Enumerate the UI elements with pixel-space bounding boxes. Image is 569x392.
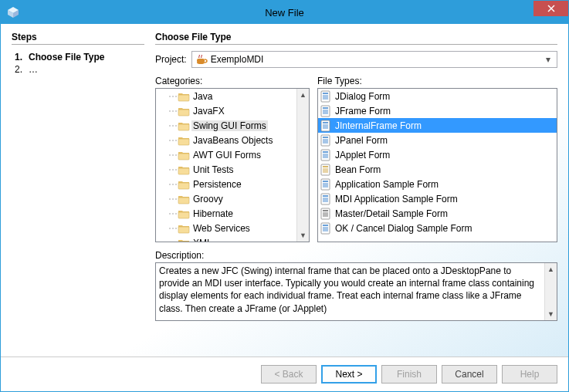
project-dropdown[interactable]: ExemploMDI ▾ (191, 51, 557, 68)
tree-connector-icon: ⋯ (168, 179, 176, 190)
category-item[interactable]: ⋯Hibernate (156, 206, 296, 221)
file-icon (320, 208, 332, 220)
lists-row: Categories: ⋯Java⋯JavaFX⋯Swing GUI Forms… (155, 76, 557, 242)
main-panel: Choose File Type Project: ExemploMDI ▾ C… (155, 24, 568, 357)
window-title: New File (1, 7, 568, 19)
folder-icon (178, 90, 190, 103)
category-label: Java (191, 91, 214, 102)
folder-icon (178, 222, 190, 235)
tree-connector-icon: ⋯ (168, 120, 176, 131)
categories-column: Categories: ⋯Java⋯JavaFX⋯Swing GUI Forms… (155, 76, 310, 242)
category-item[interactable]: ⋯XML (156, 235, 296, 242)
filetype-label: OK / Cancel Dialog Sample Form (335, 223, 472, 234)
filetype-label: Application Sample Form (335, 179, 439, 190)
project-row: Project: ExemploMDI ▾ (155, 51, 557, 68)
scrollbar[interactable]: ▲ ▼ (544, 263, 557, 320)
tree-connector-icon: ⋯ (168, 150, 176, 161)
filetypes-column: File Types: JDialog FormJFrame FormJInte… (317, 76, 557, 242)
scroll-down-icon[interactable]: ▼ (545, 308, 557, 320)
steps-list: 1.Choose File Type2.… (12, 51, 144, 76)
filetype-item[interactable]: JInternalFrame Form (318, 118, 557, 133)
file-icon (320, 164, 332, 176)
tree-connector-icon: ⋯ (168, 194, 176, 204)
filetype-item[interactable]: MDI Application Sample Form (318, 191, 557, 206)
filetype-label: Bean Form (335, 164, 381, 175)
filetype-item[interactable]: OK / Cancel Dialog Sample Form (318, 221, 557, 235)
file-icon (320, 90, 332, 103)
svg-rect-24 (323, 168, 328, 173)
coffee-cup-icon (195, 53, 208, 66)
step-number: 2. (12, 64, 22, 75)
category-item[interactable]: ⋯Swing GUI Forms (156, 118, 296, 133)
scroll-up-icon[interactable]: ▲ (545, 263, 557, 275)
cancel-button[interactable]: Cancel (442, 365, 497, 384)
tree-connector-icon: ⋯ (168, 164, 176, 175)
filetype-label: JFrame Form (335, 106, 391, 117)
step-item: 1.Choose File Type (12, 51, 144, 63)
next-button[interactable]: Next > (321, 365, 377, 384)
filetype-label: JInternalFrame Form (335, 120, 422, 131)
divider (12, 44, 144, 45)
filetype-item[interactable]: Master/Detail Sample Form (318, 206, 557, 221)
tree-connector-icon: ⋯ (168, 135, 176, 146)
filetype-item[interactable]: JApplet Form (318, 147, 557, 162)
step-number: 1. (12, 52, 22, 63)
tree-connector-icon: ⋯ (168, 223, 176, 234)
file-icon (320, 105, 332, 117)
filetype-item[interactable]: JDialog Form (318, 89, 557, 103)
svg-rect-29 (323, 195, 328, 197)
back-button[interactable]: < Back (261, 365, 317, 384)
app-icon (7, 6, 19, 19)
scroll-up-icon[interactable]: ▲ (297, 89, 309, 101)
folder-icon (178, 208, 190, 220)
wizard-footer: < Back Next > Finish Cancel Help (1, 357, 568, 391)
filetype-item[interactable]: JPanel Form (318, 133, 557, 147)
category-item[interactable]: ⋯Unit Tests (156, 162, 296, 177)
svg-rect-6 (197, 59, 205, 63)
filetypes-listbox[interactable]: JDialog FormJFrame FormJInternalFrame Fo… (317, 88, 557, 242)
file-icon (320, 149, 332, 161)
filetypes-label: File Types: (317, 76, 557, 86)
svg-rect-20 (323, 151, 328, 153)
folder-icon (178, 178, 190, 191)
project-label: Project: (155, 54, 187, 65)
scroll-down-icon[interactable]: ▼ (297, 229, 309, 242)
svg-rect-36 (323, 227, 328, 231)
description-label: Description: (155, 250, 557, 261)
tree-connector-icon: ⋯ (168, 208, 176, 219)
category-item[interactable]: ⋯JavaBeans Objects (156, 133, 296, 147)
svg-rect-11 (323, 107, 328, 109)
category-label: JavaFX (191, 106, 226, 117)
svg-rect-30 (323, 198, 328, 202)
category-item[interactable]: ⋯Web Services (156, 221, 296, 235)
svg-rect-15 (323, 124, 328, 129)
filetype-item[interactable]: Bean Form (318, 162, 557, 177)
folder-icon (178, 164, 190, 176)
folder-icon (178, 134, 190, 147)
category-item[interactable]: ⋯Persistence (156, 177, 296, 191)
titlebar: New File (1, 1, 568, 24)
step-label: … (29, 64, 38, 75)
steps-heading: Steps (12, 32, 144, 42)
svg-rect-9 (323, 95, 328, 100)
category-item[interactable]: ⋯Groovy (156, 191, 296, 206)
folder-icon (178, 149, 190, 161)
finish-button[interactable]: Finish (381, 365, 437, 384)
wizard-window: New File Steps 1.Choose File Type2.… Cho… (0, 0, 569, 392)
main-heading: Choose File Type (155, 32, 557, 42)
close-button[interactable] (533, 1, 568, 16)
category-item[interactable]: ⋯JavaFX (156, 103, 296, 118)
category-label: Web Services (191, 223, 252, 234)
help-button[interactable]: Help (502, 365, 557, 384)
categories-listbox[interactable]: ⋯Java⋯JavaFX⋯Swing GUI Forms⋯JavaBeans O… (155, 88, 310, 242)
scrollbar[interactable]: ▲ ▼ (296, 89, 309, 242)
filetype-item[interactable]: JFrame Form (318, 103, 557, 118)
chevron-down-icon: ▾ (543, 54, 554, 65)
description-box: Creates a new JFC (Swing) internal frame… (155, 262, 557, 321)
filetype-item[interactable]: Application Sample Form (318, 177, 557, 191)
category-item[interactable]: ⋯AWT GUI Forms (156, 147, 296, 162)
svg-rect-33 (323, 212, 328, 217)
folder-icon (178, 120, 190, 132)
description-text: Creates a new JFC (Swing) internal frame… (159, 265, 534, 314)
category-item[interactable]: ⋯Java (156, 89, 296, 103)
